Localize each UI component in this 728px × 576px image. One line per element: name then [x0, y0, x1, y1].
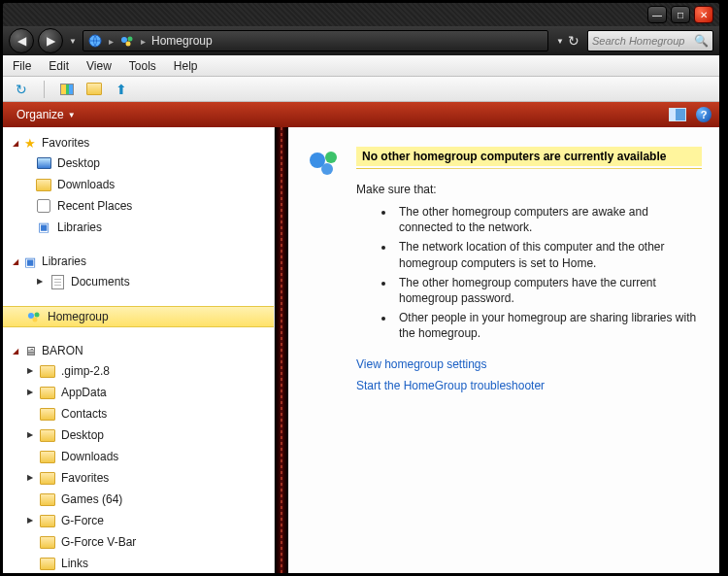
- splitter[interactable]: [275, 127, 288, 573]
- sidebar-item-label: Links: [61, 555, 88, 572]
- sidebar-item-label: G-Force: [61, 512, 104, 529]
- computer-icon: 🖥: [22, 343, 38, 358]
- upload-icon[interactable]: ⬆: [113, 81, 130, 98]
- forward-button[interactable]: ▶: [38, 28, 63, 53]
- sidebar-favorites-heading[interactable]: ◢ ★ Favorites: [3, 133, 274, 152]
- expand-icon: ▶: [26, 512, 34, 529]
- close-button[interactable]: ✕: [694, 6, 713, 23]
- history-dropdown[interactable]: ▼: [67, 37, 79, 46]
- content-bullet: The network location of this computer an…: [395, 239, 702, 270]
- sidebar-item-label: Favorites: [61, 469, 109, 487]
- sidebar-item-libraries[interactable]: ▣Libraries: [3, 217, 274, 238]
- folder-icon: [40, 515, 55, 527]
- sidebar-item-folder[interactable]: ▶AppData: [3, 382, 274, 403]
- refresh-button[interactable]: ▼ ↻: [552, 33, 583, 49]
- sidebar-computer-heading[interactable]: ◢ 🖥 BARON: [3, 341, 274, 360]
- breadcrumb[interactable]: ▸ ▸ Homegroup: [83, 30, 548, 51]
- document-icon: [51, 275, 64, 289]
- folder-icon: [40, 408, 55, 421]
- menu-file[interactable]: File: [13, 59, 31, 73]
- minimize-button[interactable]: —: [647, 6, 667, 23]
- chevron-right-icon: ▸: [107, 36, 116, 47]
- search-input[interactable]: [592, 35, 694, 47]
- sidebar-item-label: Contacts: [61, 405, 107, 423]
- breadcrumb-location[interactable]: Homegroup: [151, 34, 213, 48]
- separator: [44, 81, 45, 98]
- content-bullet: The other homegroup computers have the c…: [395, 275, 702, 306]
- link-view-settings[interactable]: View homegroup settings: [356, 357, 702, 371]
- sidebar-item-recent[interactable]: Recent Places: [3, 195, 274, 217]
- chevron-right-icon: ▸: [139, 36, 148, 47]
- sidebar-item-folder[interactable]: ▶G-Force V-Bar: [3, 531, 274, 553]
- titlebar: — □ ✕: [3, 3, 719, 26]
- sidebar-item-folder[interactable]: ▶Desktop: [3, 424, 274, 446]
- svg-point-1: [121, 37, 127, 43]
- organize-bar: Organize ▼ ?: [3, 102, 719, 127]
- sidebar-item-folder[interactable]: ▶G-Force: [3, 510, 274, 531]
- help-button[interactable]: ?: [696, 107, 711, 122]
- search-box[interactable]: 🔍: [587, 30, 713, 51]
- explorer-window: — □ ✕ ◀ ▶ ▼ ▸ ▸ Homegroup ▼ ↻ 🔍 File E: [0, 0, 722, 576]
- sidebar-item-folder[interactable]: ▶Favorites: [3, 467, 274, 489]
- svg-point-8: [325, 152, 337, 163]
- menu-tools[interactable]: Tools: [129, 59, 156, 73]
- folder-icon: [40, 387, 55, 399]
- icon-toolbar: ↻ ⬆: [3, 77, 719, 102]
- folder-icon: [40, 536, 55, 549]
- sidebar-item-folder[interactable]: ▶Games (64): [3, 489, 274, 510]
- nav-tree[interactable]: ◢ ★ Favorites Desktop Downloads Recent P…: [3, 127, 275, 573]
- sidebar-item-label: Games (64): [61, 491, 122, 508]
- svg-point-3: [126, 42, 131, 47]
- recent-icon: [37, 199, 50, 213]
- sidebar-item-label: Desktop: [57, 154, 100, 172]
- expand-icon: ▶: [26, 384, 34, 401]
- sidebar-item-label: Homegroup: [48, 308, 109, 325]
- menu-view[interactable]: View: [86, 59, 112, 73]
- sidebar-item-downloads[interactable]: Downloads: [3, 174, 274, 195]
- collapse-icon: ◢: [13, 139, 18, 148]
- folder-icon: [40, 472, 55, 485]
- nav-bar: ◀ ▶ ▼ ▸ ▸ Homegroup ▼ ↻ 🔍: [3, 26, 719, 55]
- desktop-icon: [37, 157, 51, 169]
- sidebar-item-label: Libraries: [57, 219, 102, 236]
- expand-icon: ▶: [26, 426, 34, 444]
- sync-icon[interactable]: ↻: [13, 81, 30, 98]
- title-rule: [356, 168, 702, 169]
- menu-help[interactable]: Help: [174, 59, 198, 73]
- sidebar-item-folder[interactable]: ▶Links: [3, 553, 274, 573]
- svg-point-2: [128, 37, 133, 42]
- link-troubleshooter[interactable]: Start the HomeGroup troubleshooter: [356, 379, 702, 392]
- svg-point-6: [33, 318, 38, 322]
- sidebar-item-label: Favorites: [42, 136, 89, 150]
- folder-up-icon[interactable]: [85, 81, 103, 98]
- body: ◢ ★ Favorites Desktop Downloads Recent P…: [3, 127, 719, 573]
- maximize-button[interactable]: □: [671, 6, 690, 23]
- sidebar-item-label: AppData: [61, 384, 107, 401]
- sidebar-item-label: Libraries: [42, 254, 86, 268]
- organize-menu[interactable]: Organize ▼: [11, 106, 82, 123]
- sidebar-item-label: Recent Places: [57, 197, 132, 215]
- menu-edit[interactable]: Edit: [49, 59, 69, 73]
- expand-icon: ▶: [26, 362, 34, 380]
- content-title: No other homegroup computers are current…: [356, 147, 702, 166]
- sidebar-item-folder[interactable]: ▶Downloads: [3, 446, 274, 467]
- sidebar-libraries-heading[interactable]: ◢ ▣ Libraries: [3, 252, 274, 271]
- sidebar-item-desktop[interactable]: Desktop: [3, 152, 274, 174]
- content-subheading: Make sure that:: [356, 183, 702, 196]
- sidebar-item-folder[interactable]: ▶Contacts: [3, 403, 274, 424]
- collapse-icon: ◢: [13, 347, 18, 356]
- content-pane: No other homegroup computers are current…: [288, 127, 719, 573]
- folder-icon: [40, 429, 55, 442]
- svg-point-4: [28, 313, 34, 319]
- sidebar-item-documents[interactable]: ▶ Documents: [3, 271, 274, 292]
- back-button[interactable]: ◀: [9, 28, 34, 53]
- preview-pane-button[interactable]: [669, 108, 686, 121]
- sidebar-item-label: G-Force V-Bar: [61, 533, 136, 551]
- homegroup-icon: [26, 309, 42, 324]
- content-bullets: The other homegroup computers are awake …: [356, 204, 702, 342]
- sidebar-item-homegroup[interactable]: Homegroup: [3, 306, 274, 327]
- folder-icon: [40, 451, 55, 463]
- folder-icon: [40, 558, 55, 570]
- panes-icon[interactable]: [58, 81, 76, 98]
- sidebar-item-folder[interactable]: ▶.gimp-2.8: [3, 360, 274, 382]
